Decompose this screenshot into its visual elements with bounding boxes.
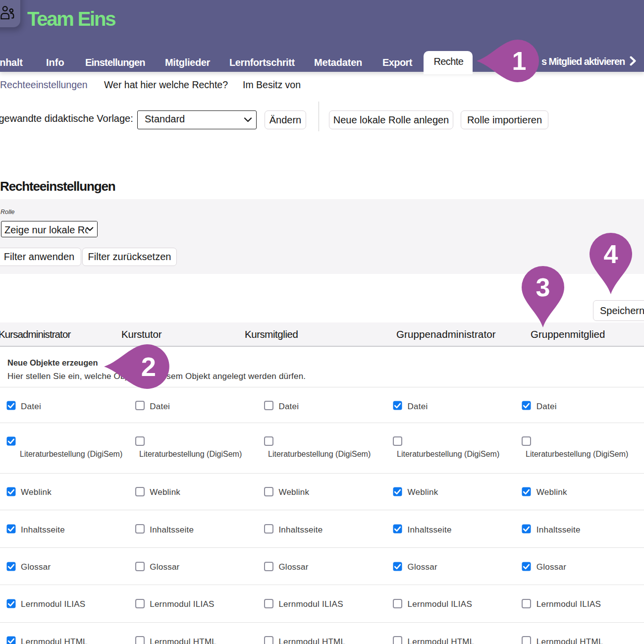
svg-text:1: 1 <box>512 47 527 75</box>
svg-text:4: 4 <box>604 240 618 268</box>
svg-text:3: 3 <box>536 273 550 302</box>
svg-text:2: 2 <box>141 351 156 381</box>
